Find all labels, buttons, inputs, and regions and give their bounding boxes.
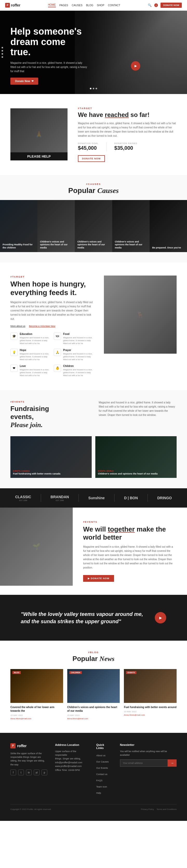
when-hope-description: Magazine and housed in a nice, gilded fr… xyxy=(10,300,94,321)
cause-card-0[interactable]: Providing Healthy Food for the children xyxy=(0,200,37,252)
twitter-icon[interactable]: t xyxy=(18,770,24,775)
nav-links: HOMEPAGESCAUSESBLOGSHOPCONTACT xyxy=(48,3,120,7)
partner-name-2: Sunshine xyxy=(88,496,105,500)
partners-section: CLASSICEST 1998BRANDANEST 1998SunshineD … xyxy=(0,488,187,507)
quote-play-button[interactable]: ▶ xyxy=(155,612,166,623)
partner-name-3: D | BON xyxy=(124,496,138,500)
hero-play-button[interactable]: ▶ xyxy=(131,61,140,70)
youtube-icon[interactable]: yt xyxy=(34,770,39,775)
stat-divider xyxy=(106,142,107,151)
when-hope-tag: #TARGET xyxy=(10,276,94,278)
footer-quicklink-5[interactable]: Team Icon xyxy=(96,785,107,788)
cause-card-2[interactable]: Children's voices and opinions the heart… xyxy=(75,200,112,252)
footer-copyright: Copyright © 2022 Proffer. All rights res… xyxy=(10,808,51,810)
world-better-donate-button[interactable]: ▶ Donate Now xyxy=(83,575,114,582)
footer-address-line-3: www.proffer@madail.com xyxy=(55,764,88,768)
more-about-link[interactable]: More about us xyxy=(10,325,26,328)
hero-dot-1[interactable] xyxy=(90,88,91,89)
cart-badge[interactable]: 0 xyxy=(154,3,158,7)
feature-grid: 🎓 Education Magazine and housed in a nic… xyxy=(10,333,94,377)
pinterest-icon[interactable]: p xyxy=(42,770,47,775)
feature-title-food: Food xyxy=(63,333,94,335)
footer-quicklink-6[interactable]: Help xyxy=(96,792,101,794)
news-card-0[interactable]: BLOG Covered the whole of her lower arm … xyxy=(10,669,63,722)
donate-nav-button[interactable]: Donate Now xyxy=(160,3,182,8)
hero-donate-button[interactable]: Donate Now ❤ xyxy=(10,78,38,85)
cause-card-text-2: Children's voices and opinions the heart… xyxy=(77,240,110,249)
footer-policy-1[interactable]: Terms and Conditions xyxy=(157,808,177,810)
footer-social: ftinytp xyxy=(10,770,47,775)
footer-quicklink-0[interactable]: About us xyxy=(96,754,106,757)
event-card-tag-0: EVENTS | CANADA xyxy=(13,470,89,472)
fundraising-desc-col: Magazine and housed in a nice, gilded fr… xyxy=(99,401,177,431)
hero-dot-3[interactable] xyxy=(96,88,97,89)
nav-link-home[interactable]: HOME xyxy=(48,3,56,7)
footer-newsletter-heading: Newsletter xyxy=(120,743,177,746)
so-far-image-label: PLEASE HELP xyxy=(10,152,68,160)
nav-link-causes[interactable]: CAUSES xyxy=(72,4,82,7)
feature-icon-prayer: 🙏 xyxy=(54,349,61,356)
logo-text: roffer xyxy=(11,3,21,7)
partner-logo-0: CLASSICEST 1998 xyxy=(15,495,31,501)
world-better-description: Magazine and housed in a nice, gilded fr… xyxy=(83,545,177,570)
cause-card-3[interactable]: Children's voices and opinions the heart… xyxy=(112,200,150,252)
footer-brand-desc: Strike the upper surface of the respecta… xyxy=(10,752,47,767)
nav-link-contact[interactable]: CONTACT xyxy=(108,4,120,7)
footer-quicklink-3[interactable]: Contact us xyxy=(96,773,107,776)
hero-social xyxy=(2,47,3,58)
cause-card-1[interactable]: Children's voices and opinions the heart… xyxy=(37,200,75,252)
event-card-title-1: Children's voices and opinions the heart… xyxy=(98,472,174,475)
news-card-2[interactable]: EVENTS Fuel fundraising with better even… xyxy=(124,669,177,722)
event-card-0[interactable]: EVENTS | CANADA Fuel fundraising with be… xyxy=(10,436,92,478)
feature-icon-food: 🍽 xyxy=(54,333,61,340)
causes-grid: Providing Healthy Food for the childrenC… xyxy=(0,200,187,252)
world-better-img-placeholder: 🌱 xyxy=(0,507,73,586)
footer-address-heading: Address Location xyxy=(55,743,88,746)
cause-card-4[interactable]: Be prepared. Once you've xyxy=(150,200,187,252)
newsletter-email-input[interactable] xyxy=(120,760,168,767)
so-far-donate-button[interactable]: Donate Now xyxy=(78,155,105,162)
partner-name-4: DRINGO xyxy=(157,496,172,500)
nav-link-blog[interactable]: BLOG xyxy=(86,4,93,7)
nav-link-shop[interactable]: SHOP xyxy=(97,4,104,7)
footer: P roffer Strike the upper surface of the… xyxy=(0,733,187,821)
donation-goal: DONATION GOAL $45,000 xyxy=(78,142,99,151)
donation-goal-label: DONATION GOAL xyxy=(78,142,99,145)
footer-policy-0[interactable]: Privacy Policy xyxy=(141,808,154,810)
footer-quicklink-2[interactable]: Our Events xyxy=(96,767,108,769)
social-dot-2 xyxy=(2,50,3,52)
footer-brand: P roffer Strike the upper surface of the… xyxy=(10,743,47,796)
so-far-title: We have reached so far! xyxy=(78,111,177,119)
news-header: #BLOG Popular News xyxy=(10,651,177,663)
so-far-description: Magazine and housed in a nice, gilded fr… xyxy=(78,121,177,138)
event-card-1[interactable]: EVENTS | WORLD Children's voices and opi… xyxy=(95,436,177,478)
feature-title-prayer: Prayer xyxy=(63,349,94,351)
hero-content: Help someone's dream come true. Magazine… xyxy=(0,11,99,94)
social-dot-4 xyxy=(2,56,3,58)
world-better-content: #EVENTS We will together make the world … xyxy=(73,507,187,594)
fundraising-description: Magazine and housed in a nice, gilded fr… xyxy=(99,401,177,417)
hero-dot-2[interactable] xyxy=(93,88,94,89)
newsletter-submit-button[interactable]: → xyxy=(168,760,177,767)
quote-play-icon: ▶ xyxy=(159,616,162,620)
hero-description: Magazine and housed in a nice, gilded fr… xyxy=(10,61,88,73)
news-card-body-2: Fuel fundraising with better events arou… xyxy=(124,703,177,719)
partner-name-0: CLASSIC xyxy=(15,495,31,499)
world-better-section: 🌱 #EVENTS We will together make the worl… xyxy=(0,507,187,594)
feature-title-education: Education xyxy=(20,333,50,335)
logo[interactable]: P roffer xyxy=(5,3,21,7)
feature-icon-education: 🎓 xyxy=(10,333,18,340)
nav-link-pages[interactable]: PAGES xyxy=(60,4,68,7)
footer-quicklink-4[interactable]: FAQS xyxy=(96,779,102,782)
partner-logo-3: D | BON xyxy=(124,496,138,500)
facebook-icon[interactable]: f xyxy=(10,770,16,775)
volunteer-link[interactable]: Become a Volunteer Now xyxy=(29,325,55,328)
linkedin-icon[interactable]: in xyxy=(26,770,32,775)
search-button[interactable]: 🔍 xyxy=(148,3,152,7)
hero-dots xyxy=(90,88,97,89)
footer-quicklink-1[interactable]: Our Causes xyxy=(96,761,109,763)
footer-address-line-4: Office Time: 10AM-5PM xyxy=(55,768,88,772)
news-card-1[interactable]: CHILDREN Children's voices and opinions … xyxy=(67,669,120,722)
quote-text: "While the lovely valley teems vapour ar… xyxy=(21,611,147,625)
footer-address-line-2: info@proffer@madail.com xyxy=(55,761,88,764)
